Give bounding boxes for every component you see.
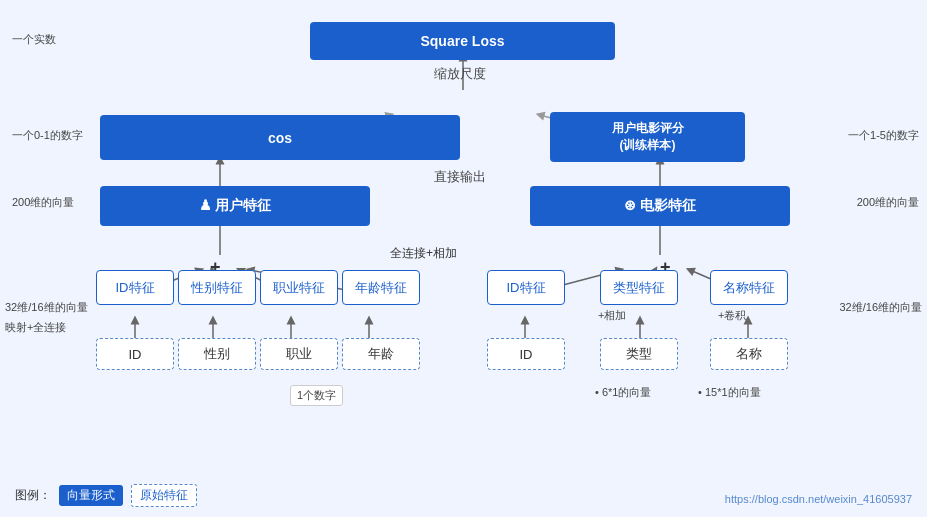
scale-label-text: 缩放尺度 (360, 65, 560, 83)
user-feature-node: ♟ 用户特征 (100, 186, 370, 226)
job-feature-node: 职业特征 (260, 270, 338, 305)
watermark: https://blog.csdn.net/weixin_41605937 (725, 493, 912, 505)
movie-feature-node: ⊛ 电影特征 (530, 186, 790, 226)
plus-add-right-label: +相加 (598, 308, 626, 323)
cos-node: cos (100, 115, 460, 160)
gender-feature-node: 性别特征 (178, 270, 256, 305)
map-full-connect-label: 映射+全连接 (5, 320, 66, 335)
plus-conv-right-label: +卷积 (718, 308, 746, 323)
name-feature-node: 名称特征 (710, 270, 788, 305)
one-to-five-label: 一个1-5的数字 (848, 128, 919, 143)
vec15-label: • 15*1的向量 (698, 385, 761, 400)
legend-vector-form: 向量形式 (59, 485, 123, 506)
job-node: 职业 (260, 338, 338, 370)
id-feature-user-node: ID特征 (96, 270, 174, 305)
dim200-left-label: 200维的向量 (12, 195, 74, 210)
type-feature-node: 类型特征 (600, 270, 678, 305)
name-node: 名称 (710, 338, 788, 370)
id-user-node: ID (96, 338, 174, 370)
full-connect-add-label: 全连接+相加 (390, 245, 457, 262)
dim32-right-label: 32维/16维的向量 (839, 300, 922, 315)
user-rating-node: 用户电影评分 (训练样本) (550, 112, 745, 162)
legend: 图例： 向量形式 原始特征 (15, 484, 197, 507)
dim32-left-label: 32维/16维的向量 (5, 300, 88, 315)
diagram-wrapper: Square Loss 一个实数 缩放尺度 一个0-1的数字 cos 用户电影评… (0, 0, 927, 517)
direct-output-label: 直接输出 (360, 168, 560, 186)
id-feature-movie-node: ID特征 (487, 270, 565, 305)
one-real-label: 一个实数 (12, 32, 56, 47)
gender-node: 性别 (178, 338, 256, 370)
type-node: 类型 (600, 338, 678, 370)
age-feature-node: 年龄特征 (342, 270, 420, 305)
id-movie-node: ID (487, 338, 565, 370)
square-loss-node: Square Loss (310, 22, 615, 60)
one-number-label: 1个数字 (290, 385, 343, 406)
vec6-label: • 6*1的向量 (595, 385, 651, 400)
legend-raw-feature: 原始特征 (131, 484, 197, 507)
zero-to-one-label: 一个0-1的数字 (12, 128, 83, 143)
age-node: 年龄 (342, 338, 420, 370)
dim200-right-label: 200维的向量 (857, 195, 919, 210)
legend-label: 图例： (15, 487, 51, 504)
